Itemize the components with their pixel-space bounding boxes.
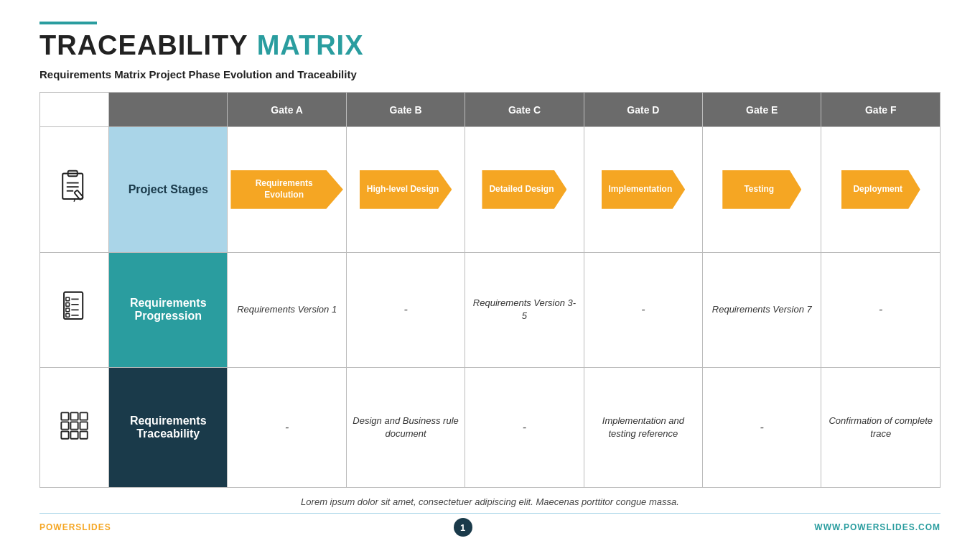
header-gate-a: Gate A <box>228 93 346 127</box>
req-prog-gate-a: Requirements Version 1 <box>228 252 346 367</box>
arrow-requirements-evolution: Requirements Evolution <box>230 170 342 209</box>
svg-rect-19 <box>80 412 87 420</box>
req-trace-gate-e: - <box>703 367 821 487</box>
svg-rect-18 <box>70 412 78 420</box>
title-part2: MATRIX <box>257 30 364 61</box>
header-empty-label <box>109 93 228 127</box>
row-requirements-traceability: Requirements Traceability - Design and B… <box>40 367 941 487</box>
title-part1: TRACEABILITY <box>39 30 248 61</box>
req-prog-gate-c: Requirements Version 3-5 <box>465 252 584 367</box>
stage-gate-a: Requirements Evolution <box>228 127 346 253</box>
svg-rect-21 <box>70 422 78 429</box>
page-number: 1 <box>454 518 472 537</box>
svg-rect-23 <box>61 431 68 438</box>
req-trace-label-cell: Requirements Traceability <box>109 367 228 487</box>
footer-logo-part2: SLIDES <box>75 522 111 532</box>
stage-gate-e: Testing <box>703 127 821 253</box>
svg-rect-17 <box>61 412 68 420</box>
req-trace-gate-d: Implementation and testing reference <box>584 367 702 487</box>
stages-icon <box>55 168 95 208</box>
svg-rect-24 <box>70 431 78 438</box>
arrow-detailed-design: Detailed Design <box>482 170 566 209</box>
arrow-testing: Testing <box>722 170 801 209</box>
req-prog-gate-b: - <box>346 252 465 367</box>
page: TRACEABILITY MATRIX Requirements Matrix … <box>0 0 980 551</box>
row-project-stages: Project Stages Requirements Evolution Hi… <box>40 127 941 253</box>
svg-rect-20 <box>61 422 68 429</box>
header-gate-d: Gate D <box>584 93 702 127</box>
req-trace-gate-b: Design and Business rule document <box>346 367 465 487</box>
stage-gate-d: Implementation <box>584 127 702 253</box>
req-trace-gate-c: - <box>465 367 584 487</box>
icon-cell-traceability <box>40 367 109 487</box>
footer-bar: POWERSLIDES 1 WWW.POWERSLIDES.COM <box>39 513 941 537</box>
footer-logo-part1: POWER <box>39 522 75 532</box>
req-trace-gate-f: Confirmation of complete trace <box>821 367 941 487</box>
accent-bar <box>39 22 97 24</box>
icon-cell-stages <box>40 127 109 253</box>
req-trace-gate-a: - <box>228 367 346 487</box>
svg-rect-25 <box>80 431 87 438</box>
row-requirements-progression: Requirements Progression Requirements Ve… <box>40 252 941 367</box>
svg-rect-9 <box>65 297 69 301</box>
project-stages-label: Project Stages <box>109 127 228 253</box>
progression-icon <box>55 288 95 328</box>
req-prog-gate-d: - <box>584 252 702 367</box>
matrix-table: Gate A Gate B Gate C Gate D Gate E Gate … <box>39 92 941 488</box>
svg-rect-13 <box>65 308 69 312</box>
svg-rect-22 <box>80 422 87 429</box>
header-gate-b: Gate B <box>346 93 465 127</box>
req-prog-label-cell: Requirements Progression <box>109 252 228 367</box>
arrow-deployment: Deployment <box>841 170 920 209</box>
svg-rect-15 <box>65 314 69 318</box>
footer-logo: POWERSLIDES <box>39 522 111 532</box>
title-row: TRACEABILITY MATRIX <box>39 30 941 61</box>
arrow-highlevel-design: High-level Design <box>360 170 452 209</box>
icon-cell-progression <box>40 252 109 367</box>
header-gate-e: Gate E <box>703 93 821 127</box>
stage-gate-c: Detailed Design <box>465 127 584 253</box>
req-prog-gate-e: Requirements Version 7 <box>703 252 821 367</box>
subtitle: Requirements Matrix Project Phase Evolut… <box>39 68 941 80</box>
footer-note: Lorem ipsum dolor sit amet, consectetuer… <box>39 496 941 507</box>
traceability-icon <box>55 406 95 446</box>
req-prog-gate-f: - <box>821 252 941 367</box>
arrow-implementation: Implementation <box>602 170 686 209</box>
header-gate-f: Gate F <box>821 93 941 127</box>
svg-rect-11 <box>65 303 69 307</box>
footer-website: WWW.POWERSLIDES.COM <box>814 522 941 532</box>
header-icon-col <box>40 93 109 127</box>
header-gate-c: Gate C <box>465 93 584 127</box>
stage-gate-f: Deployment <box>821 127 941 253</box>
stage-gate-b: High-level Design <box>346 127 465 253</box>
